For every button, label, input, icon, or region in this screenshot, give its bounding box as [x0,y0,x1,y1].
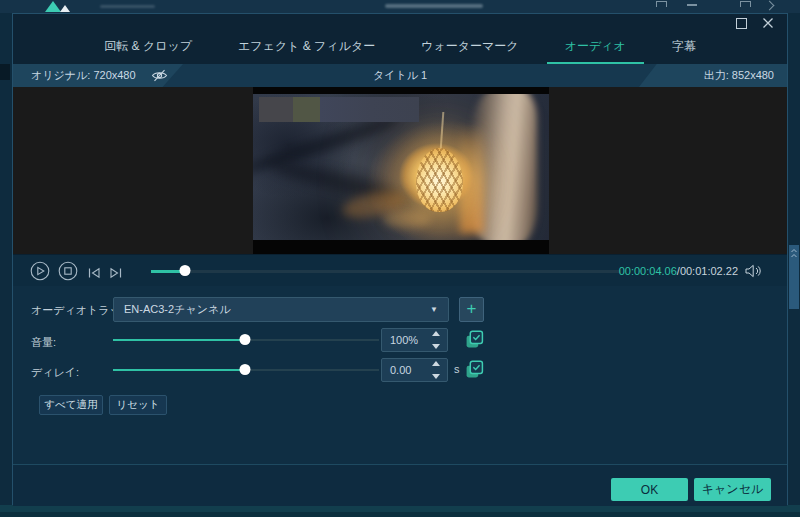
volume-spinner[interactable] [432,331,442,349]
app-titlebar [0,0,800,13]
volume-input[interactable]: 100% [381,328,448,352]
volume-fill [113,339,245,341]
chevron-down-icon: ▼ [430,305,438,314]
speaker-icon [745,264,762,278]
tab-subtitle[interactable]: 字幕 [652,28,716,64]
output-resolution-label: 出力: 852x480 [704,68,774,83]
seek-slider[interactable] [151,265,621,277]
dialog-tabbar: 回転 & クロップ エフェクト & フィルター ウォーターマーク オーディオ 字… [13,14,787,64]
tab-label: ウォーターマーク [421,38,518,55]
trunk-warm-light [460,123,484,233]
tab-label: エフェクト & フィルター [238,38,375,55]
seek-thumb[interactable] [180,265,191,276]
background-restore-button[interactable] [740,1,751,7]
background-bottom-bar [0,505,800,517]
stop-icon [58,261,78,281]
apply-all-button[interactable]: すべて適用 [39,395,103,415]
tab-watermark[interactable]: ウォーターマーク [401,28,538,64]
background-maximize-button[interactable] [687,4,697,6]
censored-region [259,97,419,122]
app-window: 回転 & クロップ エフェクト & フィルター ウォーターマーク オーディオ 字… [0,0,800,517]
tab-label: 回転 & クロップ [104,38,192,55]
video-frame [253,87,549,254]
delay-thumb[interactable] [239,364,250,375]
player-bar: 00:00:04.06/00:01:02.22 [13,254,787,286]
glowing-lantern [416,148,463,212]
audio-settings-dialog: 回転 & クロップ エフェクト & フィルター ウォーターマーク オーディオ 字… [12,13,788,505]
delay-label: ディレイ: [31,365,79,380]
tab-rotate-crop[interactable]: 回転 & クロップ [84,28,212,64]
delay-unit-label: s [454,363,460,375]
spinner-up-icon[interactable] [432,361,440,366]
apply-all-check-icon [465,360,484,379]
volume-label: 音量: [31,335,56,350]
background-close-button[interactable] [765,1,775,11]
delay-fill [113,369,245,371]
tab-label: 字幕 [672,38,696,55]
seek-track[interactable] [151,270,621,273]
reset-button[interactable]: リセット [109,395,167,415]
video-picture [253,94,549,240]
video-preview-area [13,87,787,254]
mute-toggle[interactable] [745,264,762,278]
volume-value: 100% [390,334,418,346]
total-duration: /00:01:02.22 [677,265,738,277]
background-panel-edge [0,64,10,80]
apply-volume-to-all-button[interactable] [465,330,485,350]
app-title-redacted [385,4,483,8]
skip-forward-icon [109,267,123,279]
video-info-bar: オリジナル: 720x480 タイトル 1 出力: 852x480 [13,64,787,87]
spinner-down-icon[interactable] [432,344,440,349]
app-logo-accent-icon [60,5,70,12]
play-icon [30,261,50,281]
apply-delay-to-all-button[interactable] [465,360,485,380]
timecode: 00:00:04.06/00:01:02.22 [619,255,762,287]
lit-leaves [383,211,430,229]
scrollbar-chevrons-icon [790,248,798,260]
tab-audio[interactable]: オーディオ [545,28,646,64]
app-title-redacted [100,5,155,8]
background-minimize-button[interactable] [656,1,667,7]
tab-label: オーディオ [565,38,626,55]
app-logo-icon [45,1,61,12]
spinner-down-icon[interactable] [432,374,440,379]
apply-all-check-icon [465,330,484,349]
spinner-up-icon[interactable] [432,331,440,336]
tab-effect-filter[interactable]: エフェクト & フィルター [218,28,395,64]
delay-value: 0.00 [390,364,411,376]
previous-frame-button[interactable] [87,265,101,277]
stop-button[interactable] [58,261,78,281]
audio-track-select[interactable]: EN-AC3-2チャンネル ▼ [113,297,449,322]
delay-input[interactable]: 0.00 [381,358,448,382]
current-time: 00:00:04.06 [619,265,677,277]
volume-thumb[interactable] [239,334,250,345]
delay-slider[interactable] [113,364,379,376]
output-resolution-chip: 出力: 852x480 [639,64,787,87]
next-frame-button[interactable] [109,265,123,277]
volume-slider[interactable] [113,334,379,346]
ok-button[interactable]: OK [611,478,688,501]
background-scrollbar[interactable] [789,245,799,309]
cancel-button[interactable]: キャンセル [694,478,771,501]
skip-back-icon [87,267,101,279]
add-audio-track-button[interactable]: + [459,297,484,322]
audio-track-value: EN-AC3-2チャンネル [124,302,230,317]
delay-spinner[interactable] [432,361,442,379]
lantern-string [440,111,445,149]
play-button[interactable] [30,261,50,281]
